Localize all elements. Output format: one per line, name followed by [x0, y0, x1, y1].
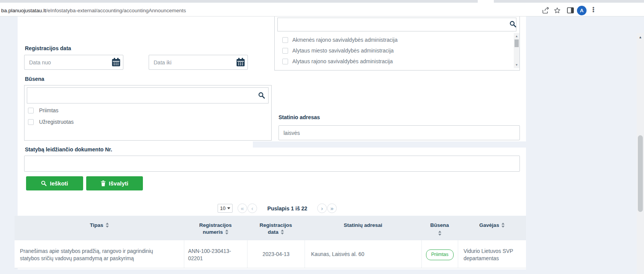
column-header-label: Registracijos — [199, 222, 232, 228]
bookmark-star-icon[interactable] — [553, 6, 561, 15]
share-icon[interactable] — [541, 6, 550, 15]
column-header-busena[interactable]: Būsena — [421, 216, 458, 240]
column-header-reg-data[interactable]: Registracijos data — [247, 216, 305, 240]
next-page-button[interactable]: › — [317, 203, 327, 213]
search-icon — [510, 21, 516, 28]
sort-icon[interactable] — [501, 223, 505, 228]
side-panel-icon[interactable] — [566, 6, 575, 15]
busena-option-row[interactable]: Užregistruotas — [24, 117, 177, 127]
org-option-label: Alytaus rajono savivaldybės administraci… — [292, 58, 393, 64]
page-scrollbar[interactable]: ▲ — [637, 33, 644, 274]
page-indicator: Puslapis 1 iš 22 — [253, 205, 322, 212]
table-row[interactable]: Pranešimas apie statybos pradžią, rangov… — [15, 240, 526, 268]
url-host: ba.planuojustatau.lt — [1, 8, 46, 13]
scroll-up-icon[interactable]: ▲ — [514, 34, 519, 38]
checkbox[interactable] — [282, 59, 288, 64]
cell-statiniu-adresai: Kaunas, Laisvės al. 60 — [305, 240, 421, 268]
cell-gavejas: Vidurio Lietuvos SVP departamentas — [458, 240, 526, 268]
status-badge: Priimtas — [426, 249, 453, 260]
org-option-label: Alytaus miesto savivaldybės administraci… — [292, 48, 394, 54]
scrollbar-thumb[interactable] — [638, 135, 643, 212]
column-header-label: data — [268, 229, 279, 235]
date-from-input[interactable] — [24, 55, 123, 70]
scrollbar-thumb[interactable] — [515, 39, 519, 47]
busena-option-label: Priimtas — [39, 107, 59, 113]
sort-icon[interactable] — [106, 223, 109, 228]
clear-button[interactable]: Išvalyti — [86, 176, 143, 190]
column-header-tipas[interactable]: Tipas — [15, 216, 184, 240]
tab-strip — [0, 0, 644, 3]
cell-busena: Priimtas — [421, 240, 458, 268]
browser-menu-icon[interactable]: ••• — [590, 6, 596, 15]
checkbox[interactable] — [28, 108, 34, 113]
tab-notch — [478, 0, 494, 3]
org-option-row[interactable]: Alytaus rajono savivaldybės administraci… — [274, 56, 512, 67]
chevron-down-icon — [227, 207, 230, 209]
reg-date-label: Registracijos data — [25, 45, 71, 51]
cell-tipas: Pranešimas apie statybos pradžią, rangov… — [15, 240, 184, 268]
dokumento-nr-input[interactable] — [24, 156, 520, 172]
search-icon — [258, 92, 265, 99]
column-header-label: Gavėjas — [479, 222, 499, 228]
first-page-button[interactable]: « — [238, 203, 247, 213]
sort-icon[interactable] — [281, 230, 284, 235]
calendar-icon[interactable] — [111, 58, 121, 67]
sort-icon[interactable] — [438, 231, 441, 236]
trash-icon — [101, 180, 106, 186]
calendar-icon[interactable] — [236, 58, 245, 67]
avatar[interactable]: A — [577, 6, 587, 15]
page-size-value: 10 — [220, 205, 225, 211]
column-header-label: Statinių adresai — [344, 222, 382, 228]
date-to-input[interactable] — [149, 55, 248, 70]
dropdown-scrollbar[interactable]: ▲ ▼ — [514, 33, 519, 68]
sort-icon[interactable] — [225, 230, 228, 235]
column-header-statiniu-adresai: Statinių adresai — [305, 216, 421, 240]
column-header-reg-numeris[interactable]: Registracijos numeris — [184, 216, 247, 240]
busena-search-input[interactable] — [27, 87, 269, 103]
cell-reg-numeris: ANN-100-230413-02201 — [184, 240, 247, 268]
org-option-label: Akmenės rajono savivaldybės administraci… — [292, 37, 398, 43]
org-option-row[interactable]: Akmenės rajono savivaldybės administraci… — [274, 34, 512, 45]
org-option-row[interactable]: Alytaus miesto savivaldybės administraci… — [274, 45, 512, 56]
checkbox[interactable] — [282, 48, 288, 54]
address-bar[interactable]: ba.planuojustatau.lt/eInfostatyba-extern… — [1, 8, 186, 13]
column-header-label: Būsena — [430, 222, 449, 228]
page-background: Akmenės rajono savivaldybės administraci… — [0, 16, 644, 274]
browser-toolbar: ba.planuojustatau.lt/eInfostatyba-extern… — [0, 3, 644, 16]
table-header: Tipas Registracijos numeris Registracijo… — [15, 216, 526, 240]
column-header-label: numeris — [203, 229, 223, 235]
search-icon — [41, 180, 47, 186]
cell-reg-data: 2023-04-13 — [247, 240, 305, 268]
last-page-button[interactable]: » — [327, 203, 337, 213]
search-button-label: Ieškoti — [50, 180, 68, 187]
statinio-adresas-input[interactable] — [279, 125, 520, 140]
organization-search-input[interactable] — [277, 18, 516, 31]
column-header-label: Tipas — [90, 222, 103, 228]
url-path: /eInfostatyba-external/accounting/accoun… — [46, 8, 186, 13]
column-header-label: Registracijos — [260, 222, 292, 228]
busena-option-row[interactable]: Priimtas — [24, 106, 177, 116]
busena-label: Būsena — [25, 76, 44, 82]
scroll-down-icon[interactable]: ▼ — [514, 63, 519, 67]
clear-button-label: Išvalyti — [109, 180, 128, 187]
search-button[interactable]: Ieškoti — [26, 176, 83, 190]
checkbox[interactable] — [28, 119, 34, 125]
column-header-gavejas[interactable]: Gavėjas — [458, 216, 526, 240]
background-gap — [253, 141, 526, 148]
dokumento-nr-label: Statybą leidžiančio dokumento Nr. — [25, 146, 112, 153]
busena-option-label: Užregistruotas — [39, 119, 74, 125]
statinio-adresas-label: Statinio adresas — [279, 114, 320, 120]
page-size-select[interactable]: 10 — [218, 204, 233, 213]
checkbox[interactable] — [282, 37, 288, 43]
scroll-up-icon[interactable]: ▲ — [637, 35, 644, 39]
